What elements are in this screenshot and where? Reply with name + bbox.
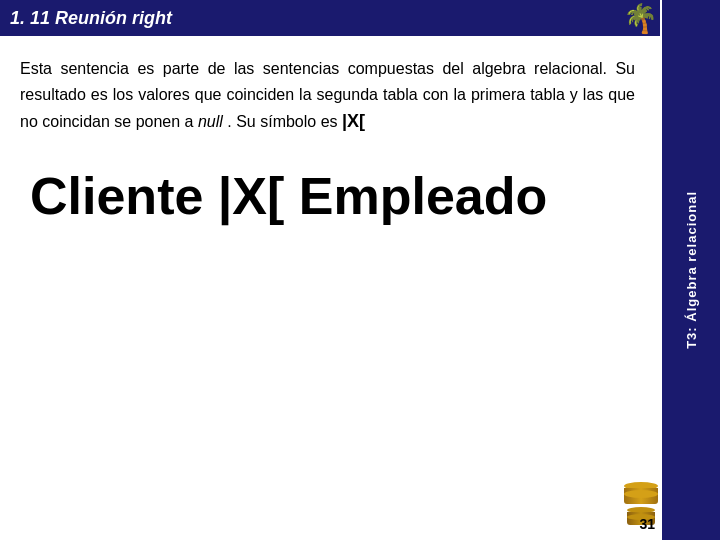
description-text-end: . Su símbolo es xyxy=(227,113,337,130)
slide-title: 1. 11 Reunión right xyxy=(10,8,172,29)
palm-icon: 🌴 xyxy=(623,2,658,35)
main-content: Esta sentencia es parte de las sentencia… xyxy=(0,36,660,540)
symbol-text: |X[ xyxy=(342,111,365,131)
right-banner: T3: Álgebra relacional xyxy=(662,0,720,540)
banner-label: T3: Álgebra relacional xyxy=(684,191,699,349)
formula-display: Cliente |X[ Empleado xyxy=(20,166,635,226)
description-paragraph: Esta sentencia es parte de las sentencia… xyxy=(20,56,635,136)
header-bar: 1. 11 Reunión right xyxy=(0,0,660,36)
page-number: 31 xyxy=(639,516,655,532)
null-word: null xyxy=(198,113,223,130)
